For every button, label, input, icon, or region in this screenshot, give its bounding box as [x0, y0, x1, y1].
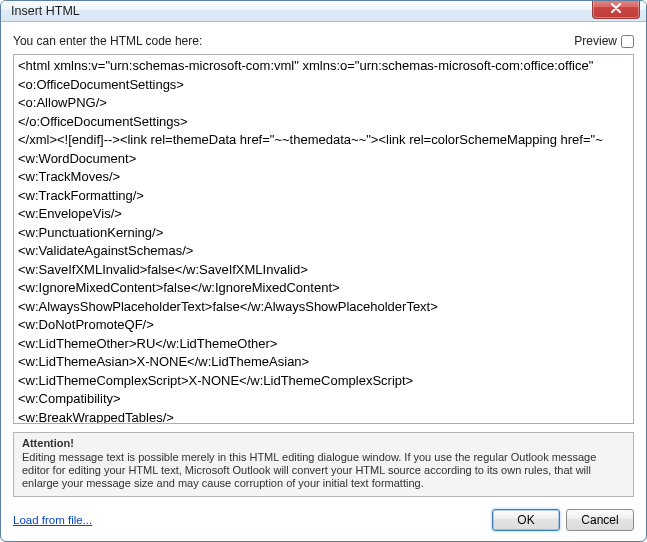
attention-title: Attention!: [22, 437, 625, 450]
close-icon: [610, 3, 622, 13]
cancel-button[interactable]: Cancel: [566, 509, 634, 531]
dialog-body: You can enter the HTML code here: Previe…: [1, 22, 646, 541]
attention-panel: Attention! Editing message text is possi…: [13, 432, 634, 497]
close-button[interactable]: [592, 0, 640, 19]
button-group: OK Cancel: [492, 509, 634, 531]
prompt-label: You can enter the HTML code here:: [13, 34, 202, 48]
window-title: Insert HTML: [11, 4, 80, 18]
load-from-file-link[interactable]: Load from file...: [13, 514, 92, 526]
preview-toggle[interactable]: Preview: [574, 34, 634, 48]
dialog-window: Insert HTML You can enter the HTML code …: [0, 0, 647, 542]
ok-button[interactable]: OK: [492, 509, 560, 531]
preview-label: Preview: [574, 34, 617, 48]
titlebar[interactable]: Insert HTML: [1, 1, 646, 22]
html-code-input[interactable]: [13, 54, 634, 424]
attention-body: Editing message text is possible merely …: [22, 451, 625, 490]
footer-row: Load from file... OK Cancel: [13, 509, 634, 531]
header-row: You can enter the HTML code here: Previe…: [13, 34, 634, 48]
editor-area: [13, 54, 634, 424]
preview-checkbox[interactable]: [621, 35, 634, 48]
